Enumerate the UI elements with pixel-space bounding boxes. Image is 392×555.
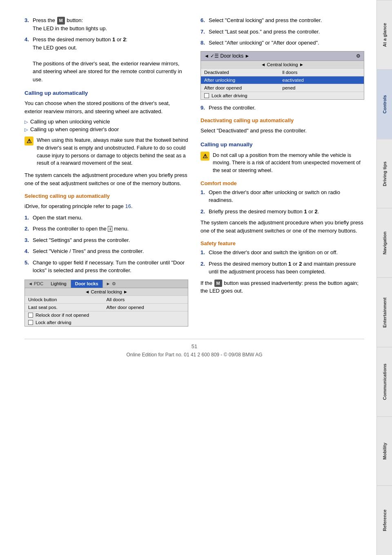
tab-door-locks-selected[interactable]: Door locks — [71, 280, 103, 288]
sidebar-tab-entertainment[interactable]: Entertainment — [377, 278, 392, 347]
step-l4-text: Select "Vehicle / Tires" and press the c… — [33, 247, 188, 255]
step-r9-text: Press the controller. — [209, 104, 364, 112]
sidebar-tab-navigation[interactable]: Navigation — [377, 208, 392, 278]
ui-row-after-door-opened: After door opened pened — [201, 84, 364, 92]
relock-checkbox[interactable] — [28, 313, 33, 318]
lock-driving-label: Lock after driving — [36, 320, 71, 325]
step-r9-num: 9. — [200, 104, 209, 112]
ui-box-door-locks-1: ◄ PDC Lighting Door locks ► ⚙ ◄ Central … — [24, 280, 188, 327]
ui-pened: pened — [283, 85, 361, 90]
step-r7-num: 7. — [200, 28, 209, 36]
m-button-icon: M — [57, 17, 65, 25]
step-4: 4. Press the desired memory button 1 or … — [24, 36, 188, 83]
step-4-detail2: The positions of the driver's seat, the … — [33, 60, 182, 83]
page-footer: 51 Online Edition for Part no. 01 41 2 6… — [24, 339, 364, 358]
sidebar-tab-mobility[interactable]: Mobility — [377, 416, 392, 486]
step-s1-num: 1. — [200, 248, 209, 257]
right-column: 6. Select "Central locking" and press th… — [200, 16, 364, 331]
step-l1-text: Open the start menu. — [33, 214, 188, 222]
step-4-num: 4. — [24, 36, 33, 83]
tab-pdc: ◄ PDC — [25, 280, 47, 288]
step-l3-num: 3. — [24, 236, 33, 244]
lock-after-driving-checkbox[interactable] — [204, 93, 209, 98]
ui-box-tabs-1: ◄ PDC Lighting Door locks ► ⚙ — [25, 280, 188, 288]
tab-lighting: Lighting — [47, 280, 71, 288]
comfort-mode-heading: Comfort mode — [200, 180, 364, 186]
left-column: 3. Press the M button: The LED in the bu… — [24, 16, 188, 331]
ui-box2-header-text: ◄ ✓☰ Door locks ► — [204, 53, 249, 59]
ui-row-last-seat: Last seat pos. After door opened — [25, 304, 188, 311]
calling-manually-heading: Calling up manually — [200, 141, 364, 148]
ui-after-door-opened-label: After door opened — [204, 85, 283, 90]
step-4-text: Press the desired memory button 1 or 2: … — [33, 36, 188, 83]
step-r6-num: 6. — [200, 16, 209, 25]
bullet-unlocking: ▷ Calling up when unlocking vehicle — [24, 119, 188, 125]
lock-after-driving-label: Lock after driving — [212, 93, 247, 98]
warning-icon-1: ⚠ — [24, 137, 33, 145]
sidebar-tab-reference[interactable]: Reference — [377, 486, 392, 555]
ui-col-last-seat-label: Last seat pos. — [28, 305, 107, 310]
ui-eactivated: eactivated — [283, 78, 361, 83]
step-l3-text: Select "Settings" and press the controll… — [33, 236, 188, 244]
page-ref-link[interactable]: 16 — [125, 203, 131, 209]
ui-deactivated-label: Deactivated — [204, 70, 283, 75]
step-r9: 9. Press the controller. — [200, 104, 364, 112]
bullet-text-2: Calling up when opening driver's door — [30, 126, 119, 132]
deactivating-text: Select "Deactivated" and press the contr… — [200, 127, 364, 135]
sidebar-tab-communications[interactable]: Communications — [377, 347, 392, 416]
calling-up-auto-heading: Calling up automatically — [24, 90, 188, 96]
ui-sub-header-2: ◄ Central locking ► — [201, 61, 364, 69]
step-s2-num: 2. — [200, 260, 209, 276]
ui-row-after-unlocking: After unlocking eactivated — [201, 76, 364, 84]
footer-text: Online Edition for Part no. 01 41 2 600 … — [24, 352, 364, 358]
warning-box-2: ⚠ Do not call up a position from the mem… — [200, 152, 364, 175]
page-number: 51 — [24, 343, 364, 349]
sidebar-tab-driving-tips[interactable]: Driving tips — [377, 139, 392, 208]
sidebar-tab-controls[interactable]: Controls — [377, 69, 392, 139]
ui-row-unlock-button: Unlock button All doors — [25, 296, 188, 304]
lock-driving-checkbox[interactable] — [28, 320, 33, 325]
step-c2-text: Briefly press the desired memory button … — [209, 208, 364, 216]
step-l1: 1. Open the start menu. — [24, 214, 188, 222]
bullet-arrow-2: ▷ — [24, 127, 28, 132]
ui-box-door-locks-2: ◄ ✓☰ Door locks ► ⚙ ◄ Central locking ► … — [200, 51, 364, 100]
ui-row-lock-after-driving: Lock after driving — [201, 92, 364, 99]
step-l3: 3. Select "Settings" and press the contr… — [24, 236, 188, 244]
step-l5-num: 5. — [24, 259, 33, 275]
step-l4: 4. Select "Vehicle / Tires" and press th… — [24, 247, 188, 255]
ui-box2-header: ◄ ✓☰ Door locks ► ⚙ — [201, 51, 364, 61]
step-l2: 2. Press the controller to open the i me… — [24, 225, 188, 233]
step-s2: 2. Press the desired memory button 1 or … — [200, 260, 364, 276]
step-l1-num: 1. — [24, 214, 33, 222]
step-3-num: 3. — [24, 16, 33, 32]
step-s1-text: Close the driver's door and switch the i… — [209, 248, 364, 257]
step-4-detail1: The LED goes out. — [33, 45, 77, 51]
ui-after-unlocking-label: After unlocking — [204, 78, 283, 83]
step-3-text: Press the M button: The LED in the butto… — [33, 16, 188, 32]
step-3: 3. Press the M button: The LED in the bu… — [24, 16, 188, 32]
comfort-note: The system cancels the adjustment proced… — [200, 219, 364, 235]
step-c1-num: 1. — [200, 188, 209, 204]
ui-box2-header-icon: ⚙ — [356, 53, 361, 59]
idrive-ref: iDrive, for operating principle refer to… — [24, 202, 188, 210]
ui-col-unlock-label: Unlock button — [28, 297, 107, 302]
ui-col-after-door: After door opened — [107, 305, 185, 310]
ui-row-lock-driving: Lock after driving — [25, 319, 188, 326]
bullet-text-1: Calling up when unlocking vehicle — [30, 119, 110, 125]
relock-label: Relock door if not opened — [36, 313, 89, 318]
calling-up-auto-body: You can choose when the stored positions… — [24, 99, 188, 115]
ui-col-all-doors: All doors — [107, 297, 185, 302]
warning-text-1: When using this feature, always make sur… — [37, 137, 188, 167]
ui-sub-header-1: ◄ Central locking ► — [25, 288, 188, 296]
warning-icon-2: ⚠ — [200, 152, 209, 161]
warning-text-2: Do not call up a position from the memor… — [213, 152, 364, 175]
step-l2-text: Press the controller to open the i menu. — [33, 225, 188, 233]
step-r7: 7. Select "Last seat pos." and press the… — [200, 28, 364, 36]
step-r8: 8. Select "After unlocking" or "After do… — [200, 39, 364, 47]
sidebar-tab-at-a-glance[interactable]: At a glance — [377, 0, 392, 69]
step-s2-text: Press the desired memory button 1 or 2 a… — [209, 260, 364, 276]
step-c1-text: Open the driver's door after unlocking o… — [209, 188, 364, 204]
selecting-heading: Selecting calling up automatically — [24, 193, 188, 199]
bullet-opening: ▷ Calling up when opening driver's door — [24, 126, 188, 132]
safety-note: If the M button was pressed inadvertentl… — [200, 279, 364, 295]
